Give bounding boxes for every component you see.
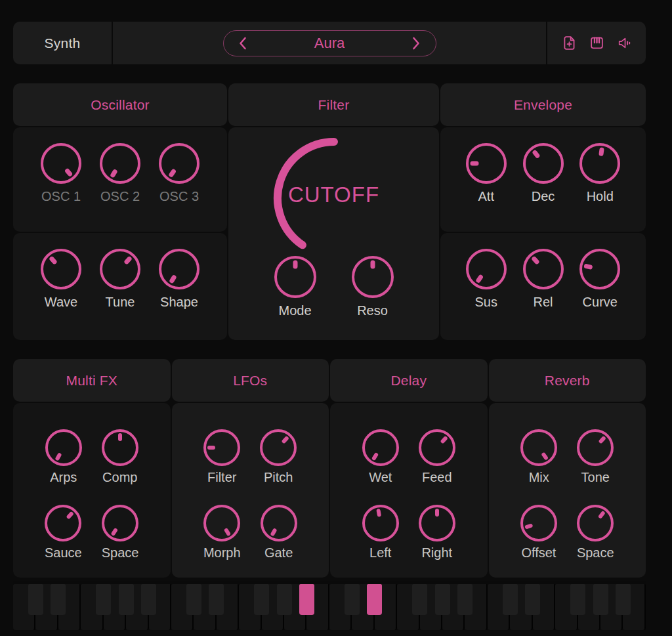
knob-tick xyxy=(270,528,277,536)
black-key[interactable] xyxy=(119,584,134,615)
knob-tick xyxy=(123,255,133,265)
speaker-icon[interactable] xyxy=(616,35,633,51)
knob-tune[interactable] xyxy=(100,249,140,289)
new-file-icon[interactable] xyxy=(561,35,578,51)
knob-tick xyxy=(435,509,439,517)
knob-tick xyxy=(376,509,381,517)
knob-tick xyxy=(110,169,118,179)
black-key[interactable] xyxy=(186,584,201,615)
knob-tick xyxy=(224,528,231,536)
black-key[interactable] xyxy=(616,584,631,615)
black-key[interactable] xyxy=(525,584,540,615)
delay-body: WetFeed LeftRight xyxy=(330,403,488,578)
knob-label: Comp xyxy=(102,470,137,485)
knob-filter[interactable] xyxy=(203,429,240,466)
black-key-pressed[interactable] xyxy=(367,584,382,615)
knob-morph[interactable] xyxy=(203,505,240,541)
black-key-pressed[interactable] xyxy=(299,584,314,615)
black-key[interactable] xyxy=(593,584,608,615)
knob-cell: Mix xyxy=(520,429,557,485)
knob-tone[interactable] xyxy=(577,429,614,466)
chevron-right-icon[interactable] xyxy=(412,37,421,50)
knob-cell: Dec xyxy=(523,143,564,232)
fx-panel-lower: Multi FX ArpsComp SauceSpace LFOs Filter… xyxy=(13,359,646,578)
knob-reso[interactable] xyxy=(352,256,394,298)
section-header-lfos: LFOs xyxy=(172,359,329,402)
knob-cell: Att xyxy=(466,143,507,232)
knob-space[interactable] xyxy=(577,505,614,541)
knob-label: Space xyxy=(102,545,139,561)
reverb-body: MixTone OffsetSpace xyxy=(489,403,646,578)
section-envelope: Envelope AttDecHold SusRelCurve xyxy=(440,83,646,340)
knob-cell: Reso xyxy=(352,256,394,318)
knob-tick xyxy=(598,511,606,519)
knob-arps[interactable] xyxy=(45,429,82,466)
knob-label: Curve xyxy=(583,295,618,310)
knob-tick xyxy=(111,528,119,536)
black-key[interactable] xyxy=(457,584,472,615)
knob-label: Space xyxy=(577,545,614,561)
knob-right[interactable] xyxy=(419,505,455,541)
knob-mix[interactable] xyxy=(520,429,557,466)
black-key[interactable] xyxy=(254,584,269,615)
section-header-delay: Delay xyxy=(330,359,488,402)
knob-label: Wave xyxy=(45,295,77,310)
knob-gate[interactable] xyxy=(261,505,297,541)
black-key[interactable] xyxy=(345,584,360,615)
knob-mode[interactable] xyxy=(274,256,316,298)
knob-tick xyxy=(49,255,58,265)
knob-wet[interactable] xyxy=(362,429,399,466)
knob-cell: Rel xyxy=(523,249,564,340)
black-key[interactable] xyxy=(412,584,427,615)
black-key[interactable] xyxy=(141,584,156,615)
black-key[interactable] xyxy=(28,584,43,615)
black-key[interactable] xyxy=(209,584,224,615)
knob-pitch[interactable] xyxy=(260,429,297,466)
black-key[interactable] xyxy=(277,584,292,615)
knob-label: OSC 2 xyxy=(100,189,140,204)
black-key[interactable] xyxy=(435,584,450,615)
black-key[interactable] xyxy=(570,584,585,615)
knob-label: OSC 3 xyxy=(159,189,199,204)
section-header-filter: Filter xyxy=(228,83,439,126)
knob-hold[interactable] xyxy=(579,143,620,184)
section-reverb: Reverb MixTone OffsetSpace xyxy=(489,359,646,578)
knob-sus[interactable] xyxy=(466,249,507,289)
knob-offset[interactable] xyxy=(520,505,557,541)
black-key[interactable] xyxy=(51,584,66,615)
knob-shape[interactable] xyxy=(159,249,200,289)
knob-space[interactable] xyxy=(102,505,138,541)
knob-cell: Wave xyxy=(41,249,81,340)
knob-sauce[interactable] xyxy=(45,505,81,541)
knob-osc-2[interactable] xyxy=(100,143,140,184)
knob-cell: OSC 2 xyxy=(100,143,140,232)
knob-dec[interactable] xyxy=(523,143,564,184)
knob-rel[interactable] xyxy=(523,249,564,289)
knob-cell: Morph xyxy=(203,505,241,561)
preset-selector[interactable]: Aura xyxy=(223,30,436,56)
black-key[interactable] xyxy=(96,584,111,615)
preset-area: Aura xyxy=(113,22,546,64)
knob-feed[interactable] xyxy=(419,429,455,466)
knob-curve[interactable] xyxy=(579,249,620,289)
black-key[interactable] xyxy=(503,584,518,615)
knob-wave[interactable] xyxy=(41,249,81,289)
knob-comp[interactable] xyxy=(102,429,138,466)
piano-keyboard[interactable] xyxy=(13,581,646,631)
knob-left[interactable] xyxy=(362,505,399,541)
knob-cell: Left xyxy=(362,505,399,561)
preset-name[interactable]: Aura xyxy=(314,35,345,52)
knob-att[interactable] xyxy=(466,143,507,184)
knob-label: Sus xyxy=(475,295,497,310)
knob-cell: Hold xyxy=(579,143,620,232)
knob-cell: Space xyxy=(102,505,139,561)
knob-tick xyxy=(541,452,549,460)
section-delay: Delay WetFeed LeftRight xyxy=(330,359,488,578)
knob-osc-1[interactable] xyxy=(41,143,81,184)
piano-icon[interactable] xyxy=(589,35,605,51)
knob-osc-3[interactable] xyxy=(159,143,200,184)
filter-body: CUTOFF ModeReso xyxy=(228,127,439,340)
knob-label: Mode xyxy=(278,303,311,318)
knob-cell: Sus xyxy=(466,249,507,340)
chevron-left-icon[interactable] xyxy=(238,37,247,50)
